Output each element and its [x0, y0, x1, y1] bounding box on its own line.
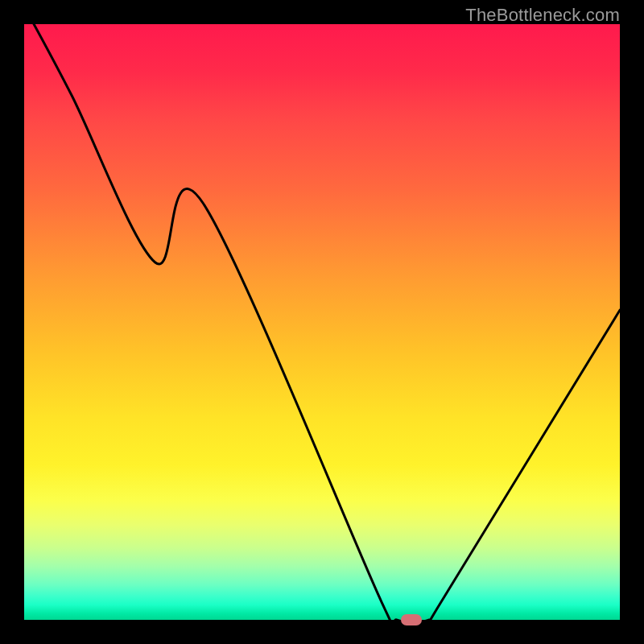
bottleneck-curve	[24, 24, 620, 620]
curve-path	[24, 24, 620, 620]
chart-frame: TheBottleneck.com	[0, 0, 644, 644]
watermark-text: TheBottleneck.com	[465, 5, 620, 26]
optimal-marker	[401, 614, 422, 625]
plot-area	[24, 24, 620, 620]
